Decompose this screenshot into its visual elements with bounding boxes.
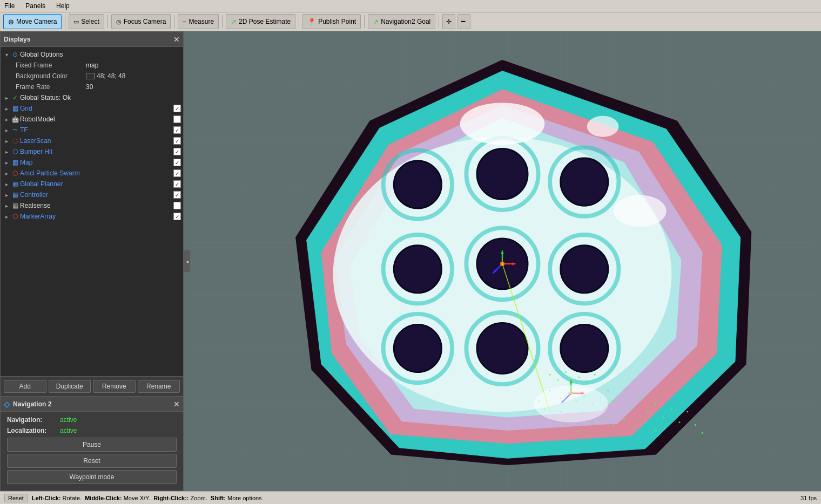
controller-expand: ▸ [3, 192, 10, 198]
svg-point-94 [623, 419, 625, 420]
crosshair-icon: ✛ [446, 18, 452, 25]
svg-point-29 [394, 246, 441, 293]
pause-button[interactable]: Pause [7, 438, 177, 452]
map-item[interactable]: ▸ ▦ Map ✓ [1, 157, 183, 168]
focus-camera-button[interactable]: ◎ Focus Camera [111, 14, 171, 29]
realsense-expand: ▸ [3, 203, 10, 209]
toolbar-separator-3 [174, 15, 174, 28]
nav2-goal-icon: ↗ [373, 18, 379, 26]
global-status-label: Global Status: Ok [20, 94, 181, 101]
controller-item[interactable]: ▸ ▦ Controller ✓ [1, 189, 183, 200]
svg-point-34 [561, 325, 608, 372]
amcl-label: Amcl Particle Swarm [20, 169, 173, 177]
svg-point-66 [586, 382, 588, 384]
menu-help[interactable]: Help [54, 1, 72, 11]
reset-nav2-button[interactable]: Reset [7, 454, 177, 468]
realsense-item[interactable]: ▸ ▦ Realsense [1, 200, 183, 211]
map-icon: ▦ [10, 159, 20, 166]
svg-point-87 [702, 432, 703, 434]
laser-scan-item[interactable]: ▸ ◌ LaserScan ✓ [1, 135, 183, 146]
measure-label: Measure [189, 18, 214, 25]
grid-item[interactable]: ▸ ▦ Grid ✓ [1, 103, 183, 114]
navigation-label: Navigation: [7, 416, 56, 424]
select-button[interactable]: ▭ Select [69, 14, 104, 29]
controller-checkbox[interactable]: ✓ [173, 191, 181, 199]
marker-array-icon: ⬡ [10, 213, 20, 220]
bumper-hit-checkbox[interactable]: ✓ [173, 148, 181, 155]
toolbar-separator-1 [65, 15, 65, 28]
tf-item[interactable]: ▸ 〜 TF ✓ [1, 125, 183, 135]
duplicate-button[interactable]: Duplicate [49, 380, 91, 393]
nav2-close-button[interactable]: ✕ [173, 400, 180, 408]
nav2-title: ◇ Navigation 2 [4, 400, 51, 408]
global-options-label: Global Options [20, 51, 181, 58]
robot-model-expand: ▸ [3, 117, 10, 122]
nav2-goal-button[interactable]: ↗ Navigation2 Goal [368, 14, 435, 29]
map-checkbox[interactable]: ✓ [173, 159, 181, 166]
tf-checkbox[interactable]: ✓ [173, 126, 181, 134]
svg-point-32 [394, 325, 441, 372]
statusbar-reset-button[interactable]: Reset [4, 494, 28, 502]
menubar: File Panels Help [0, 0, 821, 12]
robot-model-item[interactable]: ▸ 🤖 RobotModel [1, 114, 183, 125]
remove-button[interactable]: Remove [93, 380, 136, 393]
amcl-checkbox[interactable]: ✓ [173, 169, 181, 177]
robot-model-icon: 🤖 [10, 115, 20, 123]
measure-button[interactable]: ━ Measure [178, 14, 219, 29]
amcl-item[interactable]: ▸ ⬡ Amcl Particle Swarm ✓ [1, 168, 183, 179]
svg-point-95 [634, 427, 635, 428]
main-content: Displays ✕ ▾ ⊙ Global Options Fixed Fram… [0, 31, 821, 491]
laser-scan-label: LaserScan [20, 137, 173, 145]
bg-color-value: 48; 48; 48 [97, 72, 125, 80]
localization-row: Localization: active [7, 427, 177, 434]
svg-point-91 [591, 421, 593, 423]
frame-rate-value: 30 [86, 83, 93, 91]
rename-button[interactable]: Rename [138, 380, 180, 393]
crosshair-button[interactable]: ✛ [442, 14, 455, 29]
svg-point-61 [549, 374, 551, 376]
fixed-frame-row: Fixed Frame map [1, 60, 183, 71]
waypoint-mode-button[interactable]: Waypoint mode [7, 470, 177, 484]
laser-scan-icon: ◌ [10, 137, 20, 145]
global-planner-item[interactable]: ▸ ▦ Global Planner ✓ [1, 179, 183, 189]
collapse-panel-button[interactable]: ◂ [184, 250, 190, 272]
robot-model-checkbox[interactable] [173, 115, 181, 123]
svg-point-80 [647, 411, 649, 413]
nav2-content: Navigation: active Localization: active … [1, 412, 183, 491]
nav2-goal-label: Navigation2 Goal [381, 18, 430, 25]
move-camera-button[interactable]: ⊕ Move Camera [3, 14, 62, 29]
minus-icon: ━ [461, 18, 465, 25]
add-button[interactable]: Add [4, 380, 46, 393]
move-camera-icon: ⊕ [8, 18, 14, 26]
global-status-item[interactable]: ▸ ✓ Global Status: Ok [1, 92, 183, 103]
robot-model-label: RobotModel [20, 115, 173, 123]
laser-scan-checkbox[interactable]: ✓ [173, 137, 181, 145]
navigation-value: active [60, 416, 77, 424]
realsense-checkbox[interactable] [173, 202, 181, 209]
menu-panels[interactable]: Panels [23, 1, 48, 11]
measure-icon: ━ [183, 18, 186, 25]
bumper-hit-item[interactable]: ▸ ⬡ Bumper Hit ✓ [1, 146, 183, 157]
grid-checkbox[interactable]: ✓ [173, 105, 181, 112]
svg-point-62 [557, 379, 558, 381]
pose-estimate-button[interactable]: ↗ 2D Pose Estimate [226, 14, 295, 29]
displays-header: Displays ✕ [1, 32, 183, 47]
minus-button[interactable]: ━ [457, 14, 470, 29]
marker-array-item[interactable]: ▸ ⬡ MarkerArray ✓ [1, 211, 183, 222]
global-planner-label: Global Planner [20, 180, 173, 188]
select-icon: ▭ [73, 18, 79, 25]
global-planner-checkbox[interactable]: ✓ [173, 180, 181, 188]
map-label: Map [20, 159, 173, 166]
frame-rate-row: Frame Rate 30 [1, 81, 183, 92]
svg-point-79 [639, 398, 641, 399]
map-expand: ▸ [3, 160, 10, 166]
realsense-icon: ▦ [10, 202, 20, 209]
nav2-title-label: Navigation 2 [13, 400, 51, 408]
global-options-item[interactable]: ▾ ⊙ Global Options [1, 49, 183, 60]
grid-icon: ▦ [10, 105, 20, 112]
marker-array-checkbox[interactable]: ✓ [173, 213, 181, 220]
publish-point-button[interactable]: 📍 Publish Point [302, 14, 361, 29]
displays-close-button[interactable]: ✕ [173, 36, 180, 43]
menu-file[interactable]: File [2, 1, 17, 11]
viewport[interactable] [184, 31, 821, 491]
